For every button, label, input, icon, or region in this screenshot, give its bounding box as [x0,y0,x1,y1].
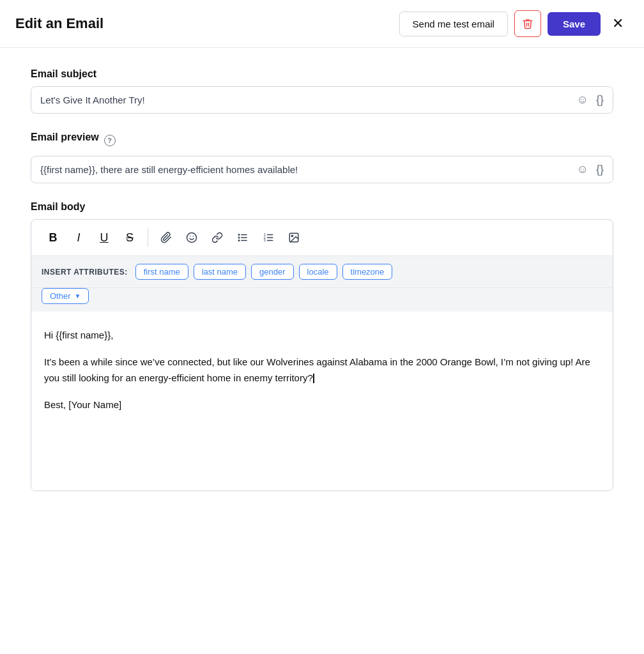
svg-text:3: 3 [264,238,266,242]
email-body-label: Email body [31,201,613,213]
image-icon [288,232,300,243]
body-line-3: Best, [Your Name] [44,397,600,413]
text-cursor [313,374,314,383]
svg-point-7 [238,237,240,238]
attr-timezone[interactable]: timezone [342,264,393,280]
emoji-icon-subject[interactable]: ☺ [577,93,588,107]
attr-other-dropdown[interactable]: Other ▼ [42,288,89,304]
toolbar: B I U S [31,220,613,256]
emoji-icon-preview[interactable]: ☺ [577,163,588,176]
ordered-list-button[interactable]: 1 2 3 [257,226,280,249]
page-title: Edit an Email [15,15,103,32]
svg-point-6 [238,234,240,236]
link-button[interactable] [206,226,229,249]
chevron-down-icon: ▼ [75,293,81,300]
unordered-list-button[interactable] [231,226,254,249]
email-preview-section: Email preview ? ☺ {} [31,132,613,183]
strikethrough-button[interactable]: S [118,226,141,249]
attributes-bar-row2: Other ▼ [31,288,613,312]
header-actions: Send me test email Save ✕ [399,10,629,37]
preview-icons: ☺ {} [577,163,604,176]
svg-point-0 [187,233,197,243]
variable-icon-subject[interactable]: {} [596,93,604,107]
smiley-icon [186,232,197,243]
body-line-1: Hi {{first name}}, [44,327,600,344]
save-button[interactable]: Save [548,12,601,36]
attr-first-name[interactable]: first name [135,264,188,280]
attributes-bar: INSERT ATTRIBUTES: first name last name … [31,256,613,288]
attr-gender[interactable]: gender [251,264,293,280]
email-subject-section: Email subject ☺ {} [31,68,613,114]
attributes-label: INSERT ATTRIBUTES: [42,268,128,277]
toolbar-divider-1 [148,229,148,247]
email-subject-label: Email subject [31,68,613,80]
bullet-list-icon [237,232,249,243]
svg-point-16 [291,235,293,236]
subject-icons: ☺ {} [577,93,604,107]
email-preview-header: Email preview ? [31,132,613,149]
variable-icon-preview[interactable]: {} [596,163,604,176]
body-line-2: It’s been a while since we’ve connected,… [44,354,600,386]
link-icon [211,232,223,243]
close-button[interactable]: ✕ [607,13,629,34]
email-preview-input-wrapper: ☺ {} [31,156,613,183]
attr-last-name[interactable]: last name [194,264,246,280]
email-subject-input-wrapper: ☺ {} [31,86,613,114]
insert-image-button[interactable] [282,226,305,249]
email-subject-input[interactable] [40,95,577,105]
email-preview-input[interactable] [40,164,577,175]
italic-button[interactable]: I [67,226,90,249]
header: Edit an Email Send me test email Save ✕ [0,0,644,48]
delete-button[interactable] [514,10,541,37]
help-icon[interactable]: ? [104,135,116,146]
attachment-button[interactable] [155,226,178,249]
numbered-list-icon: 1 2 3 [263,232,274,243]
email-body-section: Email body B I U S [31,201,613,491]
emoji-button[interactable] [180,226,203,249]
editor-container: B I U S [31,219,613,491]
email-body-editor[interactable]: Hi {{first name}}, It’s been a while sin… [31,312,613,490]
bold-button[interactable]: B [42,226,65,249]
test-email-button[interactable]: Send me test email [399,11,508,36]
paperclip-icon [160,232,172,243]
attr-locale[interactable]: locale [299,264,337,280]
underline-button[interactable]: U [93,226,116,249]
content-area: Email subject ☺ {} Email preview ? ☺ {} … [0,48,644,512]
trash-icon [522,18,533,29]
other-label: Other [50,291,71,301]
email-preview-label: Email preview [31,132,99,143]
svg-point-8 [238,240,240,241]
